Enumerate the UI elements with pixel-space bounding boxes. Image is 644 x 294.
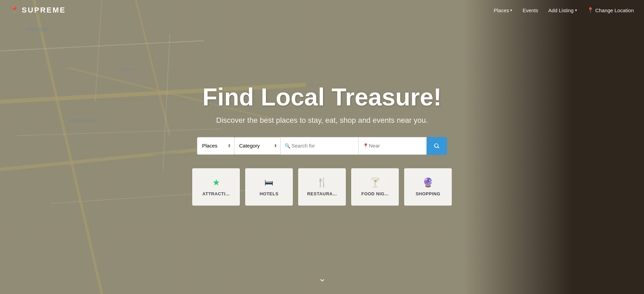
hero-title: Find Local Treasure! — [169, 84, 475, 111]
type-select[interactable]: Places Events — [197, 137, 234, 155]
type-select-wrapper: Places Events — [197, 137, 234, 155]
food-nightlife-icon: 🍸 — [370, 177, 380, 188]
search-mag-icon: 🔍 — [285, 143, 290, 149]
hotels-icon: 🛏 — [265, 177, 273, 188]
logo-pin-icon: 📍 — [10, 6, 20, 14]
attractions-label: ATTRACTI... — [202, 191, 230, 196]
hero-content: Find Local Treasure! Discover the best p… — [169, 84, 475, 205]
search-button-icon — [433, 142, 440, 149]
search-bar: Places Events Category Attractions Hotel… — [169, 137, 475, 155]
hero-subtitle: Discover the best places to stay, eat, s… — [169, 116, 475, 125]
nav-places-link[interactable]: Places ▾ — [494, 7, 512, 13]
category-card-attractions[interactable]: ★ ATTRACTI... — [192, 168, 240, 205]
search-input[interactable] — [281, 137, 359, 155]
category-card-hotels[interactable]: 🛏 HOTELS — [245, 168, 293, 205]
location-pin-icon: 📍 — [587, 7, 594, 13]
svg-rect-11 — [27, 27, 48, 31]
restaurants-icon: 🍴 — [317, 177, 327, 188]
restaurants-label: RESTAURA... — [307, 191, 337, 196]
category-select[interactable]: Category Attractions Hotels Restaurants … — [234, 137, 281, 155]
shopping-label: SHOPPING — [416, 191, 441, 196]
svg-rect-13 — [119, 68, 138, 71]
shopping-icon: 🔮 — [423, 177, 433, 188]
category-card-shopping[interactable]: 🔮 SHOPPING — [404, 168, 452, 205]
attractions-icon: ★ — [212, 177, 220, 188]
category-cards: ★ ATTRACTI... 🛏 HOTELS 🍴 RESTAURA... 🍸 F… — [169, 168, 475, 205]
nav-events-link[interactable]: Events — [522, 7, 538, 13]
search-button[interactable] — [427, 137, 447, 155]
category-card-restaurants[interactable]: 🍴 RESTAURA... — [298, 168, 346, 205]
scroll-indicator[interactable]: ⌄ — [318, 273, 326, 284]
hand-overlay — [464, 0, 644, 294]
food-nightlife-label: FOOD NIG... — [361, 191, 389, 196]
logo[interactable]: 📍 SUPREME — [10, 6, 66, 15]
logo-text: SUPREME — [22, 6, 66, 15]
nav-links: Places ▾ Events Add Listing ▾ 📍 Change L… — [494, 7, 634, 13]
near-location-icon: 📍 — [363, 143, 369, 149]
add-listing-caret-icon: ▾ — [575, 8, 577, 13]
hotels-label: HOTELS — [260, 191, 279, 196]
nav-change-location-link[interactable]: 📍 Change Location — [587, 7, 634, 13]
places-caret-icon: ▾ — [510, 8, 512, 13]
category-select-wrapper: Category Attractions Hotels Restaurants … — [234, 137, 281, 155]
navbar: 📍 SUPREME Places ▾ Events Add Listing ▾ … — [0, 0, 644, 20]
category-card-food-nightlife[interactable]: 🍸 FOOD NIG... — [351, 168, 399, 205]
near-input[interactable] — [359, 137, 427, 155]
svg-rect-12 — [68, 119, 95, 122]
nav-add-listing-link[interactable]: Add Listing ▾ — [548, 7, 577, 13]
near-input-wrapper: 📍 — [359, 137, 427, 155]
chevron-down-icon: ⌄ — [318, 273, 326, 283]
search-input-wrapper: 🔍 — [281, 137, 359, 155]
